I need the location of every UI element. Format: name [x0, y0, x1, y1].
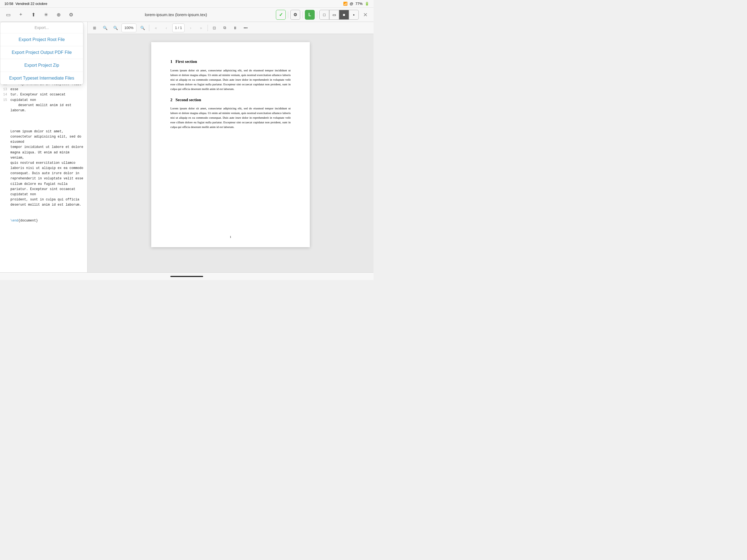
pdf-grid-button[interactable]: ⊞	[90, 24, 99, 32]
wifi-icon: 📶	[343, 2, 347, 6]
editor-pane: Export... Export Project Root File Expor…	[0, 22, 87, 272]
pdf-fit-icon: ⊡	[213, 26, 216, 30]
compile-check-icon: ✓	[279, 12, 283, 18]
pdf-section-1-title: 1 First section	[170, 58, 291, 65]
pdf-share-button[interactable]: ⧉	[221, 24, 229, 32]
pdf-nav-next-button[interactable]: ›	[186, 24, 195, 32]
status-bar: 10:58 Vendredi 22 octobre 📶 @ 77% 🔋	[0, 0, 374, 8]
spark-button[interactable]: ✳	[41, 10, 51, 20]
add-icon: +	[19, 12, 22, 18]
pdf-search-icon: 🔍	[103, 26, 107, 30]
export-dropdown: Export... Export Project Root File Expor…	[0, 22, 83, 85]
pdf-nav-first-icon: «	[155, 26, 157, 30]
pdf-content-area[interactable]: 1 First section Lorem ipsum dolor sit am…	[87, 34, 374, 272]
view-toggle-group: □ ▭ ■ ▪	[319, 10, 359, 20]
signal-icon: @	[350, 2, 353, 6]
time-display: 10:58	[4, 2, 14, 6]
pdf-page-display: 1 / 1	[172, 24, 185, 32]
view-editor-button[interactable]: □	[319, 10, 329, 20]
export-dropdown-header: Export...	[0, 22, 83, 33]
label-button[interactable]: L	[305, 10, 315, 20]
share-icon: ⬆	[31, 12, 35, 18]
pdf-grid-icon: ⊞	[93, 26, 96, 30]
globe-button[interactable]: ⊕	[54, 10, 63, 20]
home-indicator[interactable]	[170, 276, 203, 277]
pdf-page-number: 1	[230, 235, 231, 239]
pdf-nav-prev-button[interactable]: ‹	[162, 24, 171, 32]
close-button[interactable]: ✕	[360, 10, 370, 20]
pdf-pane: ⊞ 🔍 🔍 100% 🔍 « ‹ 1 / 1 ›	[87, 22, 374, 272]
pdf-more-button[interactable]: •••	[241, 24, 250, 32]
spark-icon: ✳	[44, 12, 48, 18]
gear-icon: ⚙	[69, 12, 73, 18]
pdf-zoom-display: 100%	[121, 24, 136, 32]
pdf-zoom-in-icon: 🔍	[140, 26, 145, 30]
pdf-zoom-out-button[interactable]: 🔍	[111, 24, 120, 32]
view-filled-button[interactable]: ■	[339, 10, 349, 20]
battery-display: 77%	[356, 2, 363, 6]
pdf-zoom-out-icon: 🔍	[113, 26, 118, 30]
pdf-nav-last-icon: »	[200, 26, 202, 30]
pdf-fit-button[interactable]: ⊡	[210, 24, 219, 32]
export-root-file-item[interactable]: Export Project Root File	[0, 33, 83, 46]
bottom-bar	[0, 272, 374, 280]
pdf-nav-next-icon: ›	[190, 26, 191, 30]
compile-settings-button[interactable]: ⚙	[290, 10, 300, 20]
pdf-section-1-paragraph: Lorem ipsum dolor sit amet, consectetur …	[170, 68, 291, 91]
pdf-share-icon: ⧉	[223, 25, 226, 30]
export-zip-item[interactable]: Export Project Zip	[0, 59, 83, 72]
export-intermediate-item[interactable]: Export Typeset Intermediate Files	[0, 72, 83, 84]
pdf-zoom-in-button[interactable]: 🔍	[138, 24, 147, 32]
pdf-more-icon: •••	[243, 26, 248, 30]
view-dark-button[interactable]: ▪	[349, 10, 359, 20]
globe-icon: ⊕	[57, 12, 61, 18]
battery-icon: 🔋	[365, 2, 369, 6]
pdf-toolbar: ⊞ 🔍 🔍 100% 🔍 « ‹ 1 / 1 ›	[87, 22, 374, 34]
main-layout: Export... Export Project Root File Expor…	[0, 22, 374, 272]
pdf-nav-last-button[interactable]: »	[197, 24, 205, 32]
pdf-nav-prev-icon: ‹	[166, 26, 167, 30]
add-button[interactable]: +	[16, 10, 26, 20]
date-display: Vendredi 22 octobre	[16, 2, 47, 6]
settings-button[interactable]: ⚙	[66, 10, 76, 20]
pdf-section-2-title: 2 Second section	[170, 97, 291, 103]
pdf-nav-first-button[interactable]: «	[152, 24, 160, 32]
pdf-section-2-paragraph: Lorem ipsum dolor sit amet, consectetur …	[170, 106, 291, 129]
pdf-pause-button[interactable]: ⏸	[231, 24, 239, 32]
close-icon: ✕	[363, 11, 368, 18]
compile-gear-icon: ⚙	[293, 12, 297, 17]
pdf-search-button[interactable]: 🔍	[101, 24, 109, 32]
view-split-button[interactable]: ▭	[329, 10, 339, 20]
sidebar-toggle-button[interactable]: ▭	[3, 10, 13, 20]
pdf-pause-icon: ⏸	[233, 26, 237, 30]
compile-status-button[interactable]: ✓	[276, 10, 286, 20]
pdf-page: 1 First section Lorem ipsum dolor sit am…	[151, 42, 310, 247]
main-toolbar: ▭ + ⬆ ✳ ⊕ ⚙ lorem-ipsum.tex (lorem-ipsum…	[0, 8, 374, 22]
share-button[interactable]: ⬆	[28, 10, 38, 20]
label-text: L	[308, 12, 311, 17]
sidebar-icon: ▭	[6, 12, 11, 18]
export-pdf-item[interactable]: Export Project Output PDF File	[0, 46, 83, 59]
document-title: lorem-ipsum.tex (lorem-ipsum.tex)	[145, 12, 207, 17]
